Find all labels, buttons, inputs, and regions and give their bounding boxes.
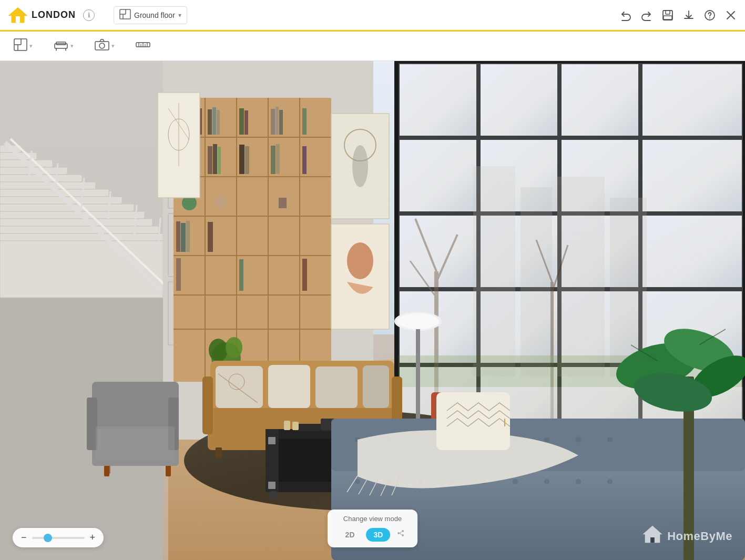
svg-rect-248 <box>436 392 510 450</box>
svg-rect-113 <box>245 146 249 174</box>
help-button[interactable] <box>704 9 716 21</box>
svg-rect-198 <box>363 365 389 408</box>
svg-rect-196 <box>268 365 310 408</box>
floor-plan-chevron-icon: ▾ <box>29 43 33 49</box>
zoom-in-button[interactable]: + <box>90 532 96 543</box>
svg-rect-185 <box>92 382 179 429</box>
svg-rect-191 <box>202 376 213 434</box>
info-icon[interactable]: ℹ <box>83 9 95 21</box>
zoom-out-button[interactable]: − <box>21 532 27 543</box>
svg-point-232 <box>576 437 581 442</box>
svg-rect-111 <box>218 147 221 174</box>
floor-plan-tool[interactable]: ▾ <box>8 35 38 57</box>
svg-rect-206 <box>268 437 275 444</box>
svg-rect-124 <box>186 221 190 252</box>
floor-chevron-icon: ▾ <box>178 12 181 19</box>
download-button[interactable] <box>683 9 695 21</box>
topbar: LONDON ℹ Ground floor ▾ <box>0 0 745 32</box>
homebyme-text: HomeByMe <box>667 530 732 543</box>
svg-point-21 <box>99 43 105 48</box>
svg-rect-215 <box>292 422 299 430</box>
save-button[interactable] <box>662 9 673 21</box>
redo-button[interactable] <box>641 9 652 21</box>
svg-rect-127 <box>239 259 243 291</box>
view-scatter-icon[interactable] <box>394 527 407 542</box>
zoom-control[interactable]: − + <box>13 528 104 547</box>
svg-rect-214 <box>284 421 290 430</box>
view-mode-buttons: 2D 3D <box>338 527 407 542</box>
app-title: LONDON <box>32 9 76 21</box>
svg-point-174 <box>209 339 228 362</box>
svg-point-221 <box>397 313 439 329</box>
main-content: HomeByMe − + Change view mode 2D 3D <box>0 61 745 560</box>
svg-point-175 <box>226 337 242 358</box>
svg-rect-110 <box>213 144 217 174</box>
svg-point-231 <box>544 437 549 442</box>
svg-rect-188 <box>96 426 175 461</box>
svg-rect-161 <box>521 187 552 376</box>
svg-rect-99 <box>217 110 220 135</box>
svg-rect-100 <box>239 108 244 135</box>
svg-point-242 <box>607 479 613 484</box>
view-2d-button[interactable]: 2D <box>338 528 362 542</box>
svg-rect-103 <box>275 107 279 135</box>
furniture-tool[interactable]: ▾ <box>48 35 79 57</box>
svg-rect-98 <box>212 107 216 135</box>
floor-label: Ground floor <box>134 11 175 19</box>
svg-rect-122 <box>176 221 180 252</box>
svg-rect-123 <box>181 223 186 252</box>
svg-rect-104 <box>279 110 283 135</box>
camera-tool-icon <box>95 38 109 54</box>
svg-point-241 <box>576 479 581 484</box>
logo-icon <box>8 6 27 25</box>
toolbar2: ▾ ▾ ▾ <box>0 32 745 61</box>
floor-plan-icon <box>119 9 131 22</box>
undo-button[interactable] <box>620 9 631 21</box>
floor-plan-tool-icon <box>14 38 27 54</box>
zoom-slider[interactable] <box>32 537 85 539</box>
svg-rect-60 <box>0 233 163 241</box>
svg-point-210 <box>269 491 278 499</box>
svg-line-263 <box>400 533 402 535</box>
svg-point-137 <box>347 242 373 279</box>
view-mode-control: Change view mode 2D 3D <box>328 510 418 547</box>
svg-point-260 <box>402 530 404 532</box>
svg-rect-197 <box>315 366 358 408</box>
svg-rect-114 <box>271 146 275 174</box>
svg-rect-58 <box>0 219 152 226</box>
svg-rect-126 <box>176 258 181 291</box>
svg-point-135 <box>352 145 368 187</box>
floor-dropdown[interactable]: Ground floor ▾ <box>114 6 187 24</box>
svg-rect-116 <box>302 146 307 174</box>
svg-rect-128 <box>302 259 307 291</box>
svg-rect-193 <box>216 447 222 458</box>
svg-rect-7 <box>663 11 672 20</box>
svg-rect-9 <box>664 16 672 19</box>
camera-tool[interactable]: ▾ <box>89 35 120 57</box>
svg-point-234 <box>355 479 360 484</box>
close-button[interactable] <box>725 9 737 21</box>
svg-rect-101 <box>244 110 248 135</box>
watermark: HomeByMe <box>642 525 732 547</box>
svg-rect-105 <box>302 108 307 135</box>
svg-rect-56 <box>0 204 134 211</box>
svg-rect-102 <box>271 109 275 135</box>
svg-rect-57 <box>0 211 145 219</box>
zoom-thumb[interactable] <box>44 534 52 542</box>
svg-point-259 <box>397 532 400 534</box>
logo-area: LONDON ℹ <box>8 6 95 25</box>
measure-tool-icon <box>136 38 150 54</box>
svg-rect-97 <box>208 109 212 135</box>
homebyme-icon <box>642 525 663 547</box>
svg-point-261 <box>402 534 404 536</box>
svg-point-11 <box>709 17 710 18</box>
svg-rect-125 <box>208 222 213 252</box>
svg-rect-207 <box>268 482 275 489</box>
svg-rect-2 <box>16 16 20 23</box>
room-view[interactable]: HomeByMe − + Change view mode 2D 3D <box>0 61 745 560</box>
svg-point-118 <box>216 196 226 208</box>
view-3d-button[interactable]: 3D <box>366 528 391 542</box>
svg-rect-109 <box>208 146 212 174</box>
svg-rect-8 <box>666 11 670 14</box>
measure-tool[interactable] <box>130 35 156 57</box>
